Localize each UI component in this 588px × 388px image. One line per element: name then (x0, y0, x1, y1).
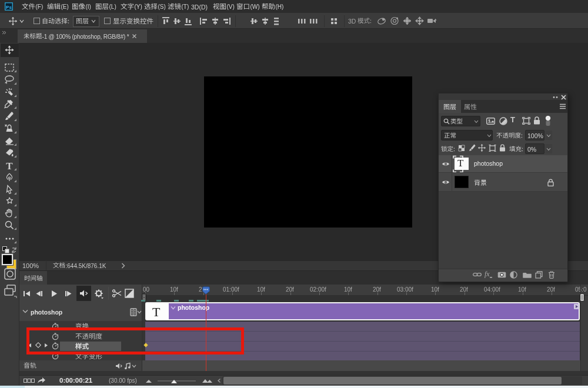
svg-text:T: T (6, 160, 13, 171)
svg-text:Ps: Ps (6, 5, 12, 10)
